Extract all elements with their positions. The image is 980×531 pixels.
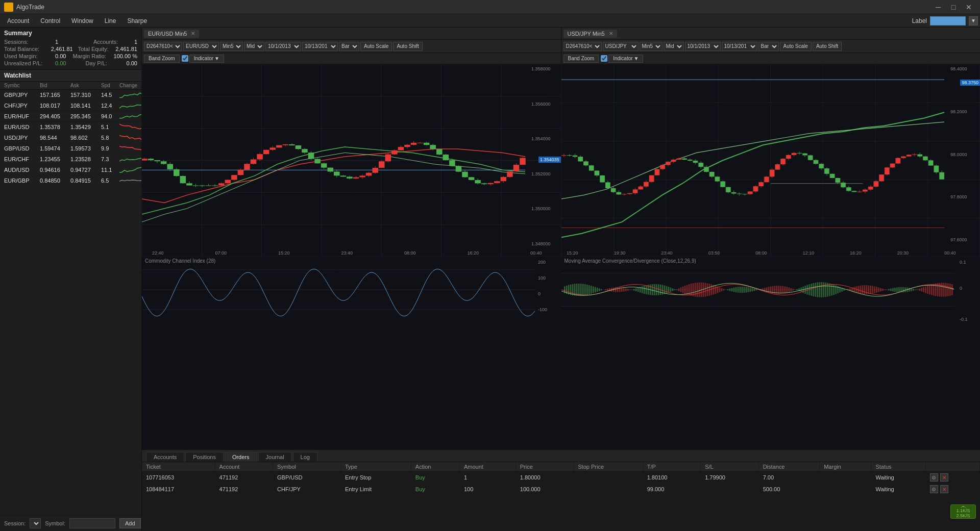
row-settings-btn[interactable]: ⚙ [930, 473, 938, 482]
watchlist-row[interactable]: EUR/CHF 1.23455 1.23528 7.3 [0, 154, 141, 165]
watchlist-row[interactable]: AUD/USD 0.94616 0.94727 11.1 [0, 165, 141, 175]
eurusd-toolbar2: Band Zoom Indicator ▼ [142, 53, 561, 64]
label-dropdown[interactable]: ▼ [969, 16, 978, 26]
restore-button[interactable]: □ [946, 0, 961, 14]
eurusd-date-to[interactable]: 10/13/201 [302, 42, 338, 51]
sessions-value: 1 [55, 39, 88, 45]
row-settings-btn[interactable]: ⚙ [930, 485, 938, 493]
eurusd-tab[interactable]: EUR/USD Min5 ✕ [144, 30, 199, 38]
eurusd-account-select[interactable]: D2647610< [144, 42, 182, 51]
eurusd-chart-type[interactable]: Bar [339, 42, 359, 51]
usdjpy-indicator-check[interactable] [601, 55, 607, 62]
col-ticket[interactable]: Ticket [142, 462, 215, 472]
usdjpy-tab[interactable]: USD/JPY Min5 ✕ [564, 30, 617, 38]
eurusd-tab-label: EUR/USD Min5 [148, 31, 187, 37]
col-sl[interactable]: S/L [701, 462, 758, 472]
tab-orders[interactable]: Orders [225, 452, 257, 462]
cell-symbol: GBP/USD [273, 472, 341, 484]
eurusd-canvas [142, 64, 561, 257]
watchlist-row[interactable]: CHF/JPY 108.017 108.141 12.4 [0, 100, 141, 111]
col-action[interactable]: Action [411, 462, 459, 472]
row-delete-btn[interactable]: ✕ [940, 473, 948, 482]
usdjpy-macd-panel: Moving Average Convergence/Divergence (C… [561, 257, 981, 449]
row-delete-btn[interactable]: ✕ [940, 485, 948, 493]
usdjpy-close[interactable]: ✕ [609, 31, 613, 36]
usdjpy-date-to[interactable]: 10/13/201 [722, 42, 757, 51]
watchlist-row[interactable]: GBP/JPY 157.165 157.310 14.5 [0, 90, 141, 100]
cell-type: Entry Limit [340, 484, 411, 495]
orders-header-row: Ticket Account Symbol Type Action Amount… [142, 462, 980, 472]
cell-status: Waiting [871, 484, 926, 495]
usdjpy-chart-type[interactable]: Bar [758, 42, 779, 51]
cell-stop-price [574, 484, 643, 495]
eurusd-chart-body[interactable]: 1.354035 [142, 64, 561, 257]
usdjpy-auto-scale[interactable]: Auto Scale [780, 42, 812, 51]
eurusd-date-from[interactable]: 10/1/2013 [265, 42, 301, 51]
eurusd-auto-scale[interactable]: Auto Scale [360, 42, 392, 51]
margin-row: Used Margin: 0.00 Margin Ratio: 100.00 % [4, 53, 137, 59]
add-button[interactable]: Add [119, 518, 141, 528]
watchlist-row[interactable]: EUR/HUF 294.405 295.345 94.0 [0, 111, 141, 122]
col-type[interactable]: Type [340, 462, 411, 472]
usdjpy-account-select[interactable]: D2647610< [564, 42, 602, 51]
usdjpy-pair-select[interactable]: USD/JPY [603, 42, 639, 51]
col-price[interactable]: Price [516, 462, 573, 472]
usdjpy-indicator-btn[interactable]: Indicator ▼ [608, 55, 643, 63]
usdjpy-tf-select[interactable]: Min5 [640, 42, 663, 51]
usdjpy-auto-shift[interactable]: Auto Shift [813, 42, 842, 51]
close-button[interactable]: ✕ [962, 0, 976, 14]
symbol-input[interactable] [69, 518, 115, 528]
col-stop-price[interactable]: Stop Price [574, 462, 643, 472]
eurusd-band-zoom[interactable]: Band Zoom [144, 55, 180, 63]
wl-sparkline [119, 144, 141, 153]
col-margin[interactable]: Margin [820, 462, 871, 472]
usdjpy-macd-label: Moving Average Convergence/Divergence (C… [565, 258, 696, 264]
accounts-value: 1 [134, 39, 137, 45]
menu-control[interactable]: Control [35, 16, 65, 26]
label-input[interactable] [930, 16, 966, 26]
eurusd-pair-select[interactable]: EUR/USD [183, 42, 219, 51]
day-pl-value: 0.00 [127, 60, 137, 66]
bottom-panel: Accounts Positions Orders Journal Log Ti… [142, 449, 980, 531]
eurusd-indicator-btn[interactable]: Indicator ▼ [189, 55, 224, 63]
eurusd-indicator-check[interactable] [182, 55, 188, 62]
margin-ratio-label: Margin Ratio: [73, 53, 114, 59]
watchlist-row[interactable]: EUR/GBP 0.84850 0.84915 6.5 [0, 175, 141, 186]
cell-stop-price [574, 472, 643, 484]
tab-positions[interactable]: Positions [185, 452, 224, 462]
minimize-button[interactable]: ─ [931, 0, 945, 14]
tab-journal[interactable]: Journal [258, 452, 292, 462]
orders-thead: Ticket Account Symbol Type Action Amount… [142, 462, 980, 472]
table-row[interactable]: 107716053 471192 GBP/USD Entry Stop Buy … [142, 472, 980, 484]
watchlist-row[interactable]: EUR/USD 1.35378 1.35429 5.1 [0, 122, 141, 133]
watchlist-rows: GBP/JPY 157.165 157.310 14.5 CHF/JPY 108… [0, 90, 141, 186]
eurusd-auto-shift[interactable]: Auto Shift [393, 42, 422, 51]
usdjpy-chart-body[interactable]: 98.3750 [561, 64, 981, 257]
tab-accounts[interactable]: Accounts [146, 452, 184, 462]
col-status[interactable]: Status [871, 462, 926, 472]
tab-log[interactable]: Log [293, 452, 317, 462]
orders-table: Ticket Account Symbol Type Action Amount… [142, 462, 980, 495]
usdjpy-indicator-wrap: Indicator ▼ [601, 55, 643, 63]
eurusd-mid-select[interactable]: Mid [244, 42, 264, 51]
watchlist-row[interactable]: GBP/USD 1.59474 1.59573 9.9 [0, 143, 141, 154]
col-symbol[interactable]: Symbol [273, 462, 341, 472]
eurusd-close[interactable]: ✕ [191, 31, 195, 36]
usdjpy-date-from[interactable]: 10/1/2013 [685, 42, 721, 51]
col-amount[interactable]: Amount [459, 462, 516, 472]
col-tp[interactable]: T/P [643, 462, 700, 472]
menu-sharpe[interactable]: Sharpe [122, 16, 152, 26]
wl-bid: 98.544 [40, 135, 70, 141]
col-account[interactable]: Account [215, 462, 273, 472]
usdjpy-band-zoom[interactable]: Band Zoom [564, 55, 599, 63]
menu-window[interactable]: Window [66, 16, 99, 26]
eurusd-tf-select[interactable]: Min5 [220, 42, 243, 51]
table-row[interactable]: 108484117 471192 CHF/JPY Entry Limit Buy… [142, 484, 980, 495]
col-distance[interactable]: Distance [758, 462, 820, 472]
session-select[interactable] [30, 518, 41, 528]
menu-account[interactable]: Account [2, 16, 34, 26]
usdjpy-mid-select[interactable]: Mid [664, 42, 684, 51]
cell-amount: 100 [459, 484, 516, 495]
watchlist-row[interactable]: USD/JPY 98.544 98.602 5.8 [0, 133, 141, 143]
menu-line[interactable]: Line [100, 16, 121, 26]
